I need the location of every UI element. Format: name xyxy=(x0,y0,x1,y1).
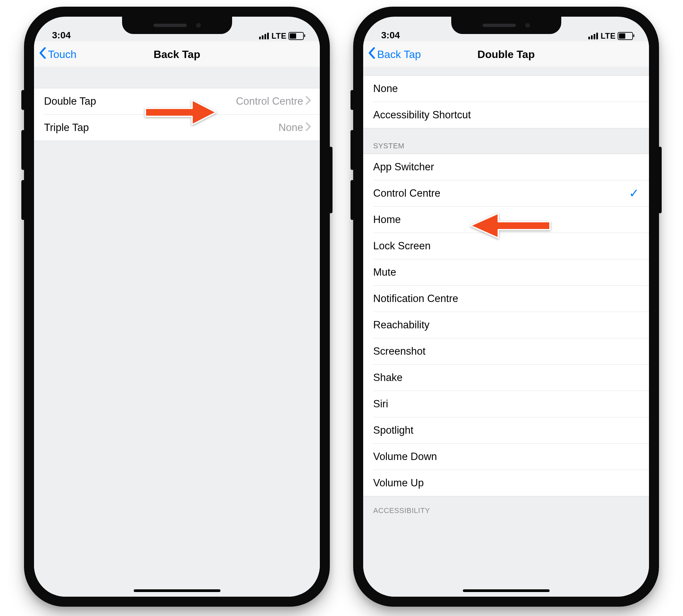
status-time: 3:04 xyxy=(381,30,400,41)
home-indicator[interactable] xyxy=(463,589,550,592)
checkmark-icon: ✓ xyxy=(629,186,639,200)
option-screenshot[interactable]: Screenshot xyxy=(373,338,649,364)
row-label: Control Centre xyxy=(373,187,629,199)
option-volume-up[interactable]: Volume Up xyxy=(373,470,649,496)
option-spotlight[interactable]: Spotlight xyxy=(373,417,649,443)
annotation-arrow-left xyxy=(467,211,553,241)
row-value: Control Centre xyxy=(236,95,303,107)
network-label: LTE xyxy=(601,31,616,41)
annotation-arrow-right xyxy=(142,97,219,127)
row-label: Spotlight xyxy=(373,424,640,436)
section-header-accessibility: Accessibility xyxy=(363,496,649,515)
signal-icon xyxy=(259,33,269,39)
option-accessibility-shortcut[interactable]: Accessibility Shortcut xyxy=(373,102,649,128)
page-title: Back Tap xyxy=(34,48,320,61)
row-label: Lock Screen xyxy=(373,240,640,252)
network-label: LTE xyxy=(272,31,286,41)
row-label: Volume Down xyxy=(373,451,640,463)
content: Double Tap Control Centre Triple Tap Non… xyxy=(34,67,320,597)
option-mute[interactable]: Mute xyxy=(373,259,649,285)
back-label: Back Tap xyxy=(377,48,421,61)
option-app-switcher[interactable]: App Switcher xyxy=(363,154,649,180)
row-label: Mute xyxy=(373,266,640,278)
system-group: App SwitcherControl Centre✓HomeLock Scre… xyxy=(363,154,649,496)
row-label: Reachability xyxy=(373,319,640,331)
notch xyxy=(451,17,561,34)
top-group: None Accessibility Shortcut xyxy=(363,75,649,128)
signal-icon xyxy=(588,33,598,39)
nav-bar: Back Tap Double Tap xyxy=(363,41,649,68)
row-label: Siri xyxy=(373,398,640,410)
nav-bar: Touch Back Tap xyxy=(34,41,320,68)
row-label: None xyxy=(373,83,640,95)
battery-icon xyxy=(618,32,633,40)
option-control-centre[interactable]: Control Centre✓ xyxy=(373,180,649,206)
phone-left: 3:04 LTE Touch Back Tap xyxy=(24,7,330,607)
notch xyxy=(122,17,232,34)
option-volume-down[interactable]: Volume Down xyxy=(373,443,649,470)
battery-icon xyxy=(289,32,304,40)
back-label: Touch xyxy=(48,48,77,61)
row-label: Accessibility Shortcut xyxy=(373,109,640,121)
chevron-left-icon xyxy=(368,47,376,61)
row-label: Shake xyxy=(373,372,640,384)
content[interactable]: None Accessibility Shortcut System App S… xyxy=(363,67,649,597)
option-reachability[interactable]: Reachability xyxy=(373,312,649,338)
option-notification-centre[interactable]: Notification Centre xyxy=(373,285,649,312)
chevron-right-icon xyxy=(306,122,311,134)
home-indicator[interactable] xyxy=(134,589,220,592)
back-button[interactable]: Back Tap xyxy=(368,47,421,61)
section-header-system: System xyxy=(363,142,649,154)
back-button[interactable]: Touch xyxy=(39,47,77,61)
status-time: 3:04 xyxy=(52,30,71,41)
row-label: App Switcher xyxy=(373,161,640,173)
row-value: None xyxy=(278,122,303,134)
row-label: Volume Up xyxy=(373,477,640,489)
row-label: Notification Centre xyxy=(373,293,640,305)
option-shake[interactable]: Shake xyxy=(373,364,649,391)
option-siri[interactable]: Siri xyxy=(373,391,649,417)
phone-right: 3:04 LTE Back Tap Double Tap xyxy=(353,7,659,607)
chevron-right-icon xyxy=(306,95,311,107)
option-none[interactable]: None xyxy=(363,76,649,102)
chevron-left-icon xyxy=(39,47,47,61)
row-label: Screenshot xyxy=(373,345,640,357)
